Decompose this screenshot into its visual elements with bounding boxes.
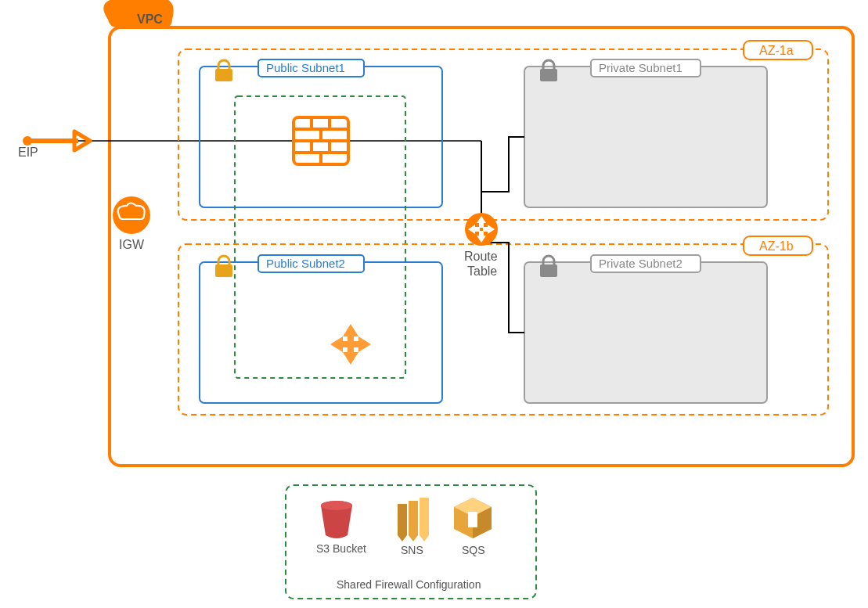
private-subnet1: Private Subnet1 [524,59,767,207]
s3-label: S3 Bucket [316,542,366,555]
route-label-2: Table [467,264,497,278]
svg-rect-21 [524,67,767,207]
svg-rect-23 [540,69,557,81]
public-subnet1-label: Public Subnet1 [266,61,345,74]
svg-rect-53 [468,512,477,527]
firewall-icon [294,117,348,164]
public-subnet2-label: Public Subnet2 [266,257,345,270]
sqs-icon: SQS [454,498,492,556]
sns-icon: SNS [398,498,429,556]
s3-icon: S3 Bucket [316,501,366,555]
eip-arrow: EIP [18,131,481,159]
svg-rect-44 [398,504,407,535]
svg-marker-49 [420,535,429,541]
lock-icon [540,256,557,277]
private-subnet1-label: Private Subnet1 [599,61,683,74]
svg-point-43 [321,501,352,510]
svg-rect-46 [420,498,429,535]
lock-icon [215,256,232,277]
svg-rect-10 [215,69,232,81]
lock-icon [215,60,232,81]
svg-marker-48 [409,535,418,541]
shared-title: Shared Firewall Configuration [337,578,481,591]
az1-label: AZ-1a [759,44,794,57]
private-subnet2-label: Private Subnet2 [599,257,683,270]
private-subnet2: Private Subnet2 [524,255,767,403]
route-table-icon: Route Table [464,213,498,278]
sqs-label: SQS [462,544,485,556]
vpc-cloud-icon: VPC [103,0,173,27]
svg-rect-33 [524,262,767,403]
svg-point-3 [23,136,32,146]
scaling-icon [330,324,371,365]
svg-marker-47 [398,535,407,541]
svg-rect-28 [215,264,232,277]
eip-label: EIP [18,146,38,159]
sns-label: SNS [401,544,423,556]
svg-rect-35 [540,264,557,277]
igw-icon: IGW [113,196,150,251]
route-label-1: Route [464,250,498,263]
vpc-label: VPC [137,13,163,26]
igw-label: IGW [119,238,145,251]
az2-label: AZ-1b [759,239,794,253]
svg-rect-45 [409,501,418,535]
lock-icon [540,60,557,81]
